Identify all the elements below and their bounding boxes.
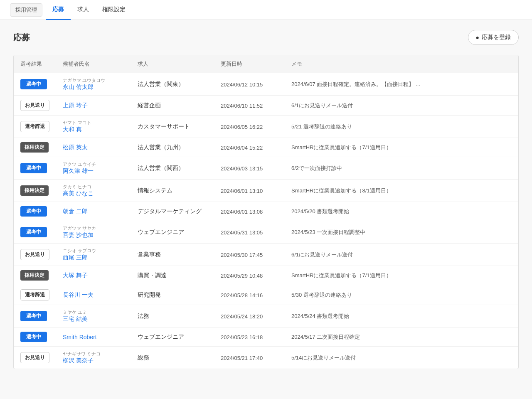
status-cell: お見送り: [14, 96, 56, 116]
updated-datetime: 2024/05/29 10:48: [221, 273, 263, 279]
job-cell: 営業事務: [131, 244, 214, 266]
applications-table-container: 選考結果 候補者氏名 求人 更新日時 メモ 選考中ナガヤマ ユウタロウ永山 侑太…: [13, 55, 519, 369]
candidate-name-link[interactable]: Smith Robert: [63, 334, 97, 340]
candidate-name-link[interactable]: 阿久津 雄一: [63, 167, 94, 174]
name-cell: 上原 玲子: [56, 96, 131, 116]
updated-datetime: 2024/06/03 13:15: [221, 165, 263, 172]
updated-datetime: 2024/05/31 13:05: [221, 229, 263, 236]
top-navigation: 採用管理 応募 求人 権限設定: [0, 0, 532, 20]
nav-item-applications[interactable]: 応募: [46, 0, 71, 20]
updated-datetime: 2024/06/12 10:15: [221, 81, 263, 88]
candidate-name-link[interactable]: 三宅 結美: [63, 315, 88, 322]
updated-cell: 2024/05/31 13:05: [214, 221, 285, 244]
updated-datetime: 2024/06/05 16:22: [221, 124, 263, 130]
table-row: 選考中Smith Robertウェブエンジニア2024/05/23 16:182…: [14, 328, 518, 347]
status-cell: 選考辞退: [14, 285, 56, 305]
updated-datetime: 2024/06/01 13:10: [221, 188, 263, 194]
candidate-name-link[interactable]: 大和 真: [63, 126, 82, 133]
table-row: 選考中朝倉 二郎デジタルマーケティング2024/06/01 13:082024/…: [14, 202, 518, 221]
status-badge: 選考中: [20, 163, 47, 173]
column-header-updated: 更新日時: [214, 55, 285, 73]
status-cell: 選考中: [14, 202, 56, 221]
candidate-name-kana: ヤナギサワ ミナコ: [63, 351, 124, 357]
job-name: 法人営業（関西）: [138, 165, 184, 171]
candidate-name-link[interactable]: 永山 侑太郎: [63, 84, 94, 90]
table-body: 選考中ナガヤマ ユウタロウ永山 侑太郎法人営業（関東）2024/06/12 10…: [14, 73, 518, 369]
job-name: デジタルマーケティング: [138, 208, 202, 214]
status-badge: 選考辞退: [20, 121, 49, 132]
memo-cell: 5/21 選考辞退の連絡あり: [285, 116, 518, 138]
candidate-name-link[interactable]: 高美 ひなこ: [63, 190, 94, 197]
status-badge: 採用決定: [20, 142, 49, 153]
nav-item-permissions[interactable]: 権限設定: [96, 0, 132, 20]
table-row: 選考辞退長谷川 一夫研究開発2024/05/28 14:165/30 選考辞退の…: [14, 285, 518, 305]
status-badge: 採用決定: [20, 185, 49, 196]
memo-cell: 6/1にお見送りメール送付: [285, 96, 518, 116]
job-cell: デジタルマーケティング: [131, 202, 214, 221]
register-application-button[interactable]: ● 応募を登録: [468, 30, 519, 45]
page-content: 応募 ● 応募を登録 選考結果 候補者氏名 求人 更新日時 メモ 選考中ナガヤマ…: [0, 20, 532, 399]
job-name: 情報システム: [138, 187, 172, 194]
name-cell: アガツマ サヤカ吾妻 沙也加: [56, 221, 131, 244]
memo-cell: 2024/6/07 面接日程確定。連絡済み。【面接日程】 ...: [285, 73, 518, 96]
nav-item-jobs[interactable]: 求人: [71, 0, 96, 20]
candidate-name-kana: ヤマト マコト: [63, 120, 124, 126]
column-header-memo: メモ: [285, 55, 518, 73]
status-badge: 選考中: [20, 227, 47, 237]
updated-datetime: 2024/06/04 15:22: [221, 145, 263, 151]
memo-text: 2024/5/20 書類選考開始: [291, 208, 349, 214]
candidate-name-link[interactable]: 上原 玲子: [63, 102, 88, 108]
candidate-name-kana: アガツマ サヤカ: [63, 225, 124, 232]
status-cell: 選考中: [14, 157, 56, 180]
memo-text: SmartHRに従業員追加する（7/1適用日）: [291, 272, 392, 278]
name-cell: Smith Robert: [56, 328, 131, 347]
status-badge: 選考辞退: [20, 289, 49, 300]
table-row: 選考中アガツマ サヤカ吾妻 沙也加ウェブエンジニア2024/05/31 13:0…: [14, 221, 518, 244]
job-cell: 経営企画: [131, 96, 214, 116]
updated-cell: 2024/06/12 10:15: [214, 73, 285, 96]
job-name: 経営企画: [138, 102, 161, 108]
table-row: 採用決定大塚 舞子購買・調達2024/05/29 10:48SmartHRに従業…: [14, 266, 518, 285]
candidate-name-link[interactable]: 朝倉 二郎: [63, 208, 88, 214]
status-badge: 選考中: [20, 332, 47, 342]
candidate-name-link[interactable]: 柳沢 美奈子: [63, 357, 94, 364]
updated-cell: 2024/06/03 13:15: [214, 157, 285, 180]
job-cell: ウェブエンジニア: [131, 328, 214, 347]
job-name: 法人営業（九州）: [138, 144, 184, 150]
candidate-name-link[interactable]: 西尾 三郎: [63, 254, 88, 261]
updated-datetime: 2024/05/21 17:40: [221, 355, 263, 361]
status-cell: 選考中: [14, 73, 56, 96]
candidate-name-link[interactable]: 長谷川 一夫: [63, 291, 94, 298]
memo-text: SmartHRに従業員追加する（8/1適用日）: [291, 187, 392, 194]
updated-cell: 2024/05/23 16:18: [214, 328, 285, 347]
status-badge: 採用決定: [20, 270, 49, 281]
candidate-name-kana: ミヤケ ユミ: [63, 309, 124, 315]
name-cell: ミヤケ ユミ三宅 結美: [56, 305, 131, 328]
job-cell: 法人営業（関東）: [131, 73, 214, 96]
status-cell: 採用決定: [14, 180, 56, 202]
job-name: 研究開発: [138, 291, 161, 298]
memo-cell: 6/1にお見送りメール送付: [285, 244, 518, 266]
memo-cell: 2024/5/24 書類選考開始: [285, 305, 518, 328]
memo-text: 6/2で一次面接打診中: [291, 165, 342, 171]
status-badge: 選考中: [20, 206, 47, 217]
plus-icon: ●: [476, 34, 479, 41]
status-badge: お見送り: [20, 352, 49, 363]
candidate-name-kana: ニシオ サブロウ: [63, 248, 124, 254]
memo-text: 2024/5/17 二次面接日程確定: [291, 334, 360, 340]
memo-text: 5/14にお見送りメール送付: [291, 355, 356, 361]
candidate-name-link[interactable]: 松原 英太: [63, 144, 88, 150]
candidate-name-link[interactable]: 吾妻 沙也加: [63, 232, 94, 238]
nav-item-recruitment[interactable]: 採用管理: [10, 3, 42, 17]
candidate-name-link[interactable]: 大塚 舞子: [63, 272, 88, 278]
column-header-job: 求人: [131, 55, 214, 73]
job-cell: 法人営業（関西）: [131, 157, 214, 180]
name-cell: ニシオ サブロウ西尾 三郎: [56, 244, 131, 266]
status-cell: お見送り: [14, 347, 56, 369]
table-row: 選考中アクツ ユウイチ阿久津 雄一法人営業（関西）2024/06/03 13:1…: [14, 157, 518, 180]
page-title: 応募: [13, 32, 30, 43]
updated-cell: 2024/05/21 17:40: [214, 347, 285, 369]
job-cell: ウェブエンジニア: [131, 221, 214, 244]
status-cell: お見送り: [14, 244, 56, 266]
candidate-name-kana: タカミ ヒナコ: [63, 184, 124, 190]
